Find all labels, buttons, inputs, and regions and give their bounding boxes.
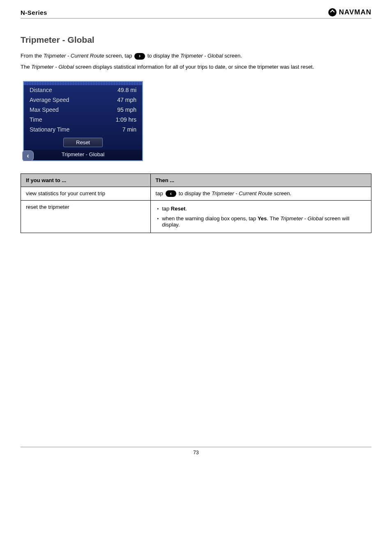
list-item: tap Reset. bbox=[157, 204, 366, 214]
metric-value: 1:09 hrs bbox=[115, 116, 136, 123]
reset-button[interactable]: Reset bbox=[63, 138, 103, 147]
text: Yes bbox=[258, 215, 267, 222]
table-head-right: Then ... bbox=[150, 173, 371, 187]
table-row: reset the tripmeter tap Reset. when the … bbox=[21, 200, 371, 233]
reset-row: Reset bbox=[24, 134, 142, 150]
metric-row: Stationary Time 7 min bbox=[24, 125, 142, 134]
metric-row: Average Speed 47 mph bbox=[24, 95, 142, 105]
text: . The bbox=[267, 215, 280, 222]
page-footer: 73 bbox=[21, 447, 371, 455]
device-screenshot: Distance 49.8 mi Average Speed 47 mph Ma… bbox=[23, 81, 143, 161]
list-item: when the warning dialog box opens, tap Y… bbox=[157, 214, 366, 229]
text: From the bbox=[21, 53, 44, 59]
chevron-left-icon: ‹ bbox=[166, 190, 176, 197]
table-cell: tap Reset. when the warning dialog box o… bbox=[150, 200, 371, 233]
device-bottombar: Tripmeter - Global ‹ bbox=[24, 150, 142, 160]
metric-value: 49.8 mi bbox=[118, 87, 136, 93]
table-cell: tap ‹ to display the Tripmeter - Current… bbox=[150, 187, 371, 200]
table-cell: reset the tripmeter bbox=[21, 200, 151, 233]
page-header: N-Series NAVMAN bbox=[21, 8, 371, 18]
metric-value: 95 mph bbox=[117, 106, 136, 113]
text: screen. bbox=[223, 53, 242, 59]
text: screen, tap bbox=[104, 53, 134, 59]
navman-logo-icon bbox=[328, 8, 337, 16]
brand-text: NAVMAN bbox=[339, 8, 371, 16]
chevron-right-icon: › bbox=[134, 53, 145, 60]
device-titlebar bbox=[24, 82, 142, 85]
back-button[interactable]: ‹ bbox=[22, 150, 34, 161]
text: when the warning dialog box opens, tap bbox=[162, 215, 258, 222]
text: Tripmeter - Current Route bbox=[44, 53, 104, 59]
page-number: 73 bbox=[193, 450, 198, 455]
text: Tripmeter - Global bbox=[180, 53, 223, 59]
paragraph-1: From the Tripmeter - Current Route scree… bbox=[21, 52, 371, 60]
text: screen displays statistical information … bbox=[74, 64, 314, 70]
text: tap bbox=[156, 190, 163, 196]
text: The bbox=[21, 64, 31, 70]
text: Reset bbox=[171, 206, 185, 212]
metric-label: Max Speed bbox=[30, 106, 59, 113]
text: tap bbox=[162, 206, 171, 212]
text: Tripmeter - Global bbox=[31, 64, 74, 70]
text: Tripmeter - Global bbox=[280, 215, 323, 222]
brand: NAVMAN bbox=[328, 8, 371, 16]
metric-row: Distance 49.8 mi bbox=[24, 85, 142, 95]
device-bottom-title: Tripmeter - Global bbox=[24, 151, 142, 157]
section-title: Tripmeter - Global bbox=[21, 35, 371, 45]
metric-value: 47 mph bbox=[117, 97, 136, 103]
metric-value: 7 min bbox=[122, 126, 136, 133]
text: to display the bbox=[179, 190, 212, 196]
text: screen. bbox=[272, 190, 291, 196]
table-row: view statistics for your current trip ta… bbox=[21, 187, 371, 200]
metric-label: Stationary Time bbox=[30, 126, 69, 133]
metric-label: Time bbox=[30, 116, 42, 123]
text: . bbox=[185, 206, 187, 212]
action-table: If you want to ... Then ... view statist… bbox=[21, 173, 371, 233]
table-cell: view statistics for your current trip bbox=[21, 187, 151, 200]
text: to display the bbox=[146, 53, 180, 59]
metric-row: Time 1:09 hrs bbox=[24, 115, 142, 125]
metric-label: Distance bbox=[30, 87, 52, 93]
metric-row: Max Speed 95 mph bbox=[24, 105, 142, 115]
table-head-left: If you want to ... bbox=[21, 173, 151, 187]
paragraph-2: The Tripmeter - Global screen displays s… bbox=[21, 63, 371, 71]
header-title: N-Series bbox=[21, 9, 47, 16]
text: to display the Tripmeter - Current Route… bbox=[179, 190, 291, 196]
metric-label: Average Speed bbox=[30, 97, 69, 103]
text: Tripmeter - Current Route bbox=[212, 190, 272, 196]
